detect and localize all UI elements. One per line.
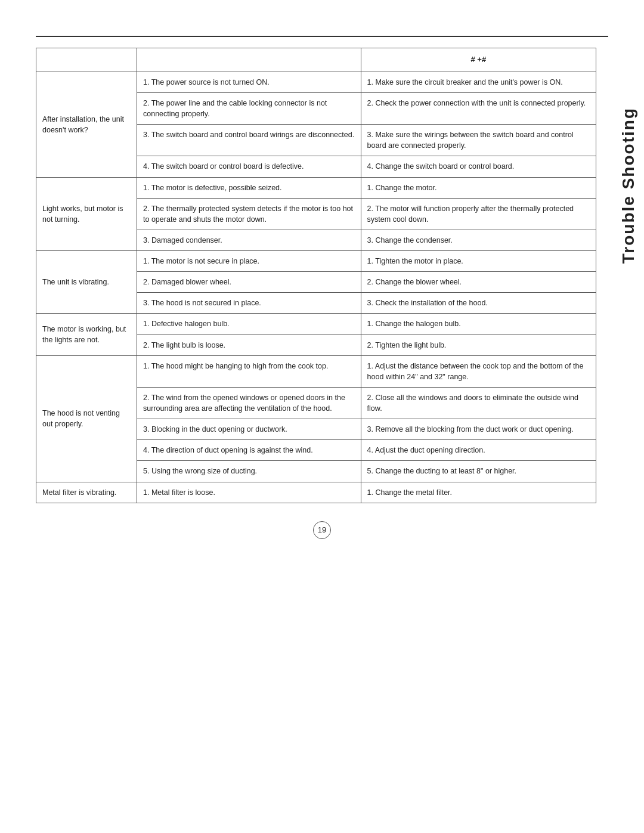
top-line — [36, 36, 608, 37]
table-wrapper: # +# After installation, the unit doesn'… — [36, 48, 596, 503]
symptom-cell: After installation, the unit doesn't wor… — [36, 72, 137, 177]
col2-header — [137, 48, 361, 72]
page-number-container: 19 — [0, 521, 644, 539]
table-header-row: # +# — [36, 48, 596, 72]
cause-cell: 3. The switch board and control board wi… — [137, 125, 361, 156]
solution-cell: 1. Tighten the motor in place. — [361, 251, 596, 272]
table-row: The hood is not venting out properly.1. … — [36, 355, 596, 387]
table-row: After installation, the unit doesn't wor… — [36, 72, 596, 92]
solution-cell: 3. Make sure the wirings between the swi… — [361, 125, 596, 156]
cause-cell: 2. Damaged blower wheel. — [137, 272, 361, 293]
cause-cell: 3. Blocking in the duct opening or ductw… — [137, 419, 361, 440]
cause-cell: 2. The power line and the cable locking … — [137, 92, 361, 124]
cause-cell: 2. The light bulb is loose. — [137, 335, 361, 355]
cause-cell: 1. The motor is defective, possible seiz… — [137, 177, 361, 198]
col1-header — [36, 48, 137, 72]
troubleshooting-table: # +# After installation, the unit doesn'… — [36, 48, 596, 503]
cause-cell: 3. Damaged condenser. — [137, 230, 361, 250]
symptom-cell: The hood is not venting out properly. — [36, 355, 137, 482]
solution-cell: 1. Make sure the circuit breaker and the… — [361, 72, 596, 92]
table-row: The unit is vibrating.1. The motor is no… — [36, 251, 596, 272]
table-row: Light works, but motor is not turning.1.… — [36, 177, 596, 198]
cause-cell: 1. The power source is not turned ON. — [137, 72, 361, 92]
solution-cell: 5. Change the ducting to at least 8" or … — [361, 461, 596, 482]
solution-cell: 4. Adjust the duct opening direction. — [361, 440, 596, 461]
page-number: 19 — [313, 521, 331, 539]
solution-cell: 3. Remove all the blocking from the duct… — [361, 419, 596, 440]
cause-cell: 2. The wind from the opened windows or o… — [137, 387, 361, 419]
solution-cell: 3. Check the installation of the hood. — [361, 293, 596, 314]
cause-cell: 5. Using the wrong size of ducting. — [137, 461, 361, 482]
cause-cell: 4. The switch board or control board is … — [137, 156, 361, 177]
solution-cell: 4. Change the switch board or control bo… — [361, 156, 596, 177]
solution-cell: 2. Close all the windows and doors to el… — [361, 387, 596, 419]
cause-cell: 2. The thermally protected system detect… — [137, 198, 361, 230]
solution-cell: 2. Change the blower wheel. — [361, 272, 596, 293]
cause-cell: 1. Defective halogen bulb. — [137, 314, 361, 335]
table-row: The motor is working, but the lights are… — [36, 314, 596, 335]
cause-cell: 1. The motor is not secure in place. — [137, 251, 361, 272]
col3-header: # +# — [361, 48, 596, 72]
symptom-cell: The motor is working, but the lights are… — [36, 314, 137, 355]
solution-cell: 2. The motor will function properly afte… — [361, 198, 596, 230]
cause-cell: 1. Metal filter is loose. — [137, 482, 361, 503]
cause-cell: 3. The hood is not secured in place. — [137, 293, 361, 314]
solution-cell: 1. Change the metal filter. — [361, 482, 596, 503]
solution-cell: 2. Tighten the light bulb. — [361, 335, 596, 355]
solution-cell: 1. Adjust the distance between the cook … — [361, 355, 596, 387]
solution-cell: 1. Change the halogen bulb. — [361, 314, 596, 335]
solution-cell: 3. Change the condenser. — [361, 230, 596, 250]
cause-cell: 1. The hood might be hanging to high fro… — [137, 355, 361, 387]
table-row: Metal filter is vibrating.1. Metal filte… — [36, 482, 596, 503]
solution-cell: 2. Check the power connection with the u… — [361, 92, 596, 124]
page-container: Trouble Shooting # +# After installation… — [0, 0, 644, 833]
symptom-cell: Light works, but motor is not turning. — [36, 177, 137, 251]
side-label: Trouble Shooting — [619, 107, 638, 264]
symptom-cell: Metal filter is vibrating. — [36, 482, 137, 503]
cause-cell: 4. The direction of duct opening is agai… — [137, 440, 361, 461]
symptom-cell: The unit is vibrating. — [36, 251, 137, 314]
solution-cell: 1. Change the motor. — [361, 177, 596, 198]
